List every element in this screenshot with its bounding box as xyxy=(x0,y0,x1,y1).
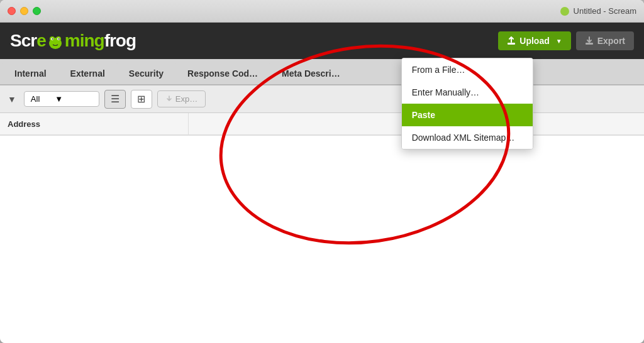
logo-text: Scre mingfrog xyxy=(10,31,136,51)
tab-external-label: External xyxy=(70,68,105,79)
export-button[interactable]: Export xyxy=(576,31,634,50)
table-area: Address xyxy=(0,113,644,343)
window-title: Untitled - Scream xyxy=(560,6,636,16)
filter-label: All xyxy=(31,94,40,104)
filter-dropdown[interactable]: All ▼ xyxy=(24,91,99,107)
upload-button[interactable]: Upload ▼ xyxy=(498,31,570,50)
list-view-button[interactable]: ☰ xyxy=(104,90,126,109)
col-address-label: Address xyxy=(8,119,40,129)
tab-internal[interactable]: Internal xyxy=(3,62,58,84)
list-icon: ☰ xyxy=(111,93,119,105)
tab-meta-description-label: Meta Descri… xyxy=(282,68,340,79)
export-small-label: Exp… xyxy=(175,94,197,104)
tab-response-code[interactable]: Response Cod… xyxy=(175,62,270,84)
tab-meta-description[interactable]: Meta Descri… xyxy=(270,62,352,84)
tab-external[interactable]: External xyxy=(58,62,117,84)
app-icon xyxy=(560,6,570,16)
header-actions: Upload ▼ From a File… Enter Manually… Pa… xyxy=(498,31,634,50)
dropdown-item-paste[interactable]: Paste xyxy=(402,104,533,126)
traffic-lights xyxy=(8,7,41,15)
header-bar: Scre mingfrog xyxy=(0,23,644,59)
svg-rect-8 xyxy=(508,43,515,45)
upload-icon xyxy=(507,36,516,45)
maximize-button[interactable] xyxy=(33,7,41,15)
svg-point-7 xyxy=(58,38,59,40)
tab-security[interactable]: Security xyxy=(117,62,175,84)
filter-arrow-icon: ▼ xyxy=(55,94,63,104)
export-label: Export xyxy=(597,36,625,46)
minimize-button[interactable] xyxy=(20,7,28,15)
export-small-button[interactable]: Exp… xyxy=(157,90,206,107)
titlebar: Untitled - Scream xyxy=(0,0,644,23)
tab-internal-label: Internal xyxy=(14,68,47,79)
table-header: Address xyxy=(0,113,644,136)
dropdown-item-download-xml[interactable]: Download XML Sitemap… xyxy=(402,126,533,149)
upload-dropdown-menu: From a File… Enter Manually… Paste Downl… xyxy=(401,58,533,150)
export-icon xyxy=(585,36,594,45)
dropdown-item-enter-manually[interactable]: Enter Manually… xyxy=(402,81,533,104)
close-button[interactable] xyxy=(8,7,16,15)
title-text: Untitled - Scream xyxy=(574,6,636,16)
tab-response-code-label: Response Cod… xyxy=(187,68,258,79)
export-small-icon xyxy=(165,95,173,103)
toolbar: ▼ All ▼ ☰ ⊞ Exp… xyxy=(0,85,644,113)
tab-security-label: Security xyxy=(129,68,164,79)
filter-icon: ▼ xyxy=(8,94,16,104)
tree-icon: ⊞ xyxy=(137,93,145,105)
tabs-bar: Internal External Security Response Cod…… xyxy=(0,59,644,85)
svg-rect-9 xyxy=(586,43,593,45)
upload-label: Upload xyxy=(519,36,549,46)
logo: Scre mingfrog xyxy=(10,31,136,51)
tree-view-button[interactable]: ⊞ xyxy=(131,90,152,109)
dropdown-item-from-file[interactable]: From a File… xyxy=(402,58,533,81)
frog-icon xyxy=(47,33,64,51)
app-window: Untitled - Scream Scre xyxy=(0,0,644,343)
svg-point-0 xyxy=(560,7,569,16)
svg-point-6 xyxy=(52,38,53,40)
upload-dropdown-arrow: ▼ xyxy=(556,38,562,45)
col-address: Address xyxy=(0,113,189,134)
